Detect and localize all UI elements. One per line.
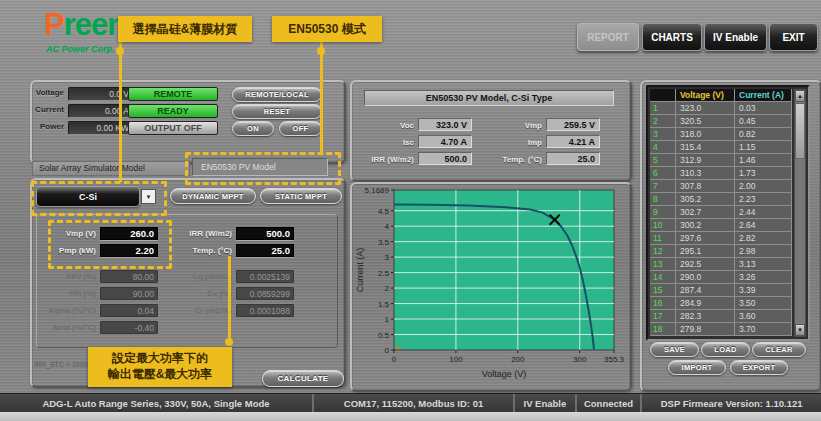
table-row[interactable]: 13292.53.13 bbox=[650, 258, 792, 271]
save-button[interactable]: SAVE bbox=[650, 342, 699, 357]
beta-label: Beta (%/°C) bbox=[36, 323, 96, 332]
cg-label: Cg (W/m2) bbox=[176, 272, 232, 281]
row-index: 14 bbox=[650, 271, 676, 284]
pmp-input[interactable] bbox=[100, 244, 158, 257]
svg-text:3.5: 3.5 bbox=[378, 238, 390, 247]
dropdown-arrow-icon[interactable]: ▼ bbox=[141, 189, 156, 204]
row-index: 10 bbox=[650, 219, 676, 232]
iv-table-body: 1323.00.032320.50.453318.00.824315.41.15… bbox=[650, 102, 792, 336]
table-row[interactable]: 11297.62.82 bbox=[650, 232, 792, 245]
annotation-dot-material bbox=[116, 47, 124, 55]
table-row[interactable]: 8305.22.23 bbox=[650, 193, 792, 206]
index-column-header bbox=[650, 89, 676, 102]
dynamic-mppt-button[interactable]: DYNAMIC MPPT bbox=[170, 188, 256, 204]
vmp-input[interactable] bbox=[100, 227, 158, 240]
svg-text:1: 1 bbox=[385, 315, 390, 324]
clear-button[interactable]: CLEAR bbox=[752, 342, 806, 357]
exit-button[interactable]: EXIT bbox=[769, 23, 818, 51]
table-row[interactable]: 4315.41.15 bbox=[650, 141, 792, 154]
table-row[interactable]: 18279.83.70 bbox=[650, 323, 792, 336]
output-on-button[interactable]: ON bbox=[232, 121, 274, 136]
table-row[interactable]: 15287.43.39 bbox=[650, 284, 792, 297]
table-row[interactable]: 10300.22.64 bbox=[650, 219, 792, 232]
pv-model-title: EN50530 PV Model, C-Si Type bbox=[364, 90, 614, 106]
iv-enable-button[interactable]: IV Enable bbox=[704, 23, 767, 51]
svg-text:300: 300 bbox=[573, 355, 587, 364]
tab-en50530-pv-model[interactable]: EN50530 PV Model bbox=[192, 158, 328, 176]
svg-text:0: 0 bbox=[385, 346, 390, 355]
remote-local-button[interactable]: REMOTE/LOCAL bbox=[232, 87, 322, 102]
table-row[interactable]: 1323.00.03 bbox=[650, 102, 792, 115]
table-row[interactable]: 9302.72.44 bbox=[650, 206, 792, 219]
svg-text:100: 100 bbox=[449, 355, 463, 364]
scroll-up-icon[interactable]: ▲ bbox=[795, 90, 805, 102]
scroll-down-icon[interactable]: ▼ bbox=[795, 324, 805, 336]
row-index: 6 bbox=[650, 167, 676, 180]
reset-button[interactable]: RESET bbox=[232, 104, 322, 119]
table-row[interactable]: 7307.82.00 bbox=[650, 180, 792, 193]
table-row[interactable]: 17282.33.60 bbox=[650, 310, 792, 323]
row-index: 7 bbox=[650, 180, 676, 193]
cg-value: 0.0025139 bbox=[236, 270, 294, 283]
voltage-cell: 302.7 bbox=[676, 206, 735, 219]
current-cell: 1.46 bbox=[735, 154, 792, 167]
table-row[interactable]: 5312.91.46 bbox=[650, 154, 792, 167]
irr-label: IRR (W/m2) bbox=[176, 229, 232, 238]
svg-text:5.1689: 5.1689 bbox=[365, 186, 390, 195]
ready-status-led: READY bbox=[128, 104, 218, 118]
beta-value: -0.40 bbox=[100, 321, 158, 334]
vmp-label: Vmp (V) bbox=[40, 229, 96, 238]
irr-input[interactable] bbox=[236, 227, 294, 240]
ffv-label: FFv (%) bbox=[40, 272, 96, 281]
voltage-cell: 307.8 bbox=[676, 180, 735, 193]
row-index: 18 bbox=[650, 323, 676, 336]
isc-label: Isc bbox=[372, 138, 414, 147]
row-index: 3 bbox=[650, 128, 676, 141]
table-scrollbar[interactable]: ▲ ▼ bbox=[794, 89, 806, 337]
row-index: 11 bbox=[650, 232, 676, 245]
charts-button[interactable]: CHARTS bbox=[642, 23, 702, 51]
current-cell: 2.00 bbox=[735, 180, 792, 193]
remote-status-led: REMOTE bbox=[128, 87, 218, 101]
annotation-line-en50530 bbox=[320, 42, 323, 152]
temp-input[interactable] bbox=[236, 244, 294, 257]
static-mppt-button[interactable]: STATIC MPPT bbox=[260, 188, 342, 204]
table-row[interactable]: 6310.31.73 bbox=[650, 167, 792, 180]
table-row[interactable]: 2320.50.45 bbox=[650, 115, 792, 128]
brand-logo-p: P bbox=[44, 7, 64, 42]
table-row[interactable]: 16284.93.50 bbox=[650, 297, 792, 310]
ffv-value: 80.00 bbox=[100, 270, 158, 283]
table-row[interactable]: 12295.12.98 bbox=[650, 245, 792, 258]
cv-label: Cv (%) bbox=[176, 289, 232, 298]
table-row[interactable]: 3318.00.82 bbox=[650, 128, 792, 141]
table-row[interactable]: 14290.03.26 bbox=[650, 271, 792, 284]
temp-label: Temp. (°C) bbox=[176, 246, 232, 255]
current-cell: 2.64 bbox=[735, 219, 792, 232]
scrollbar-thumb[interactable] bbox=[795, 103, 805, 159]
load-button[interactable]: LOAD bbox=[701, 342, 750, 357]
row-index: 17 bbox=[650, 310, 676, 323]
cr-value: 0.0001088 bbox=[236, 304, 294, 317]
annotation-callout-power-line2: 輸出電壓&最大功率 bbox=[108, 367, 213, 383]
report-button[interactable]: REPORT bbox=[577, 23, 639, 51]
pmp-label: Pmp (kW) bbox=[40, 246, 96, 255]
output-off-button[interactable]: OFF bbox=[279, 121, 322, 136]
row-index: 8 bbox=[650, 193, 676, 206]
current-cell: 3.60 bbox=[735, 310, 792, 323]
material-dropdown[interactable]: C-Si bbox=[36, 186, 140, 207]
import-button[interactable]: IMPORT bbox=[668, 360, 726, 375]
voltage-column-header: Voltage (V) bbox=[676, 89, 735, 102]
current-cell: 2.23 bbox=[735, 193, 792, 206]
calculate-button[interactable]: CALCULATE bbox=[262, 370, 344, 387]
vmp-result-value: 259.5 V bbox=[546, 118, 600, 131]
row-index: 9 bbox=[650, 206, 676, 219]
temp-result-value: 25.0 bbox=[546, 152, 600, 165]
current-cell: 2.98 bbox=[735, 245, 792, 258]
isc-value: 4.70 A bbox=[418, 135, 472, 148]
svg-text:200: 200 bbox=[511, 355, 525, 364]
export-button[interactable]: EXPORT bbox=[730, 360, 788, 375]
status-segment-4: DSP Firmeare Version: 1.10.121 bbox=[640, 394, 821, 413]
cr-label: Cr (m2/W) bbox=[176, 306, 232, 315]
current-meter-value: 0.00 A bbox=[68, 104, 134, 118]
voltage-cell: 290.0 bbox=[676, 271, 735, 284]
